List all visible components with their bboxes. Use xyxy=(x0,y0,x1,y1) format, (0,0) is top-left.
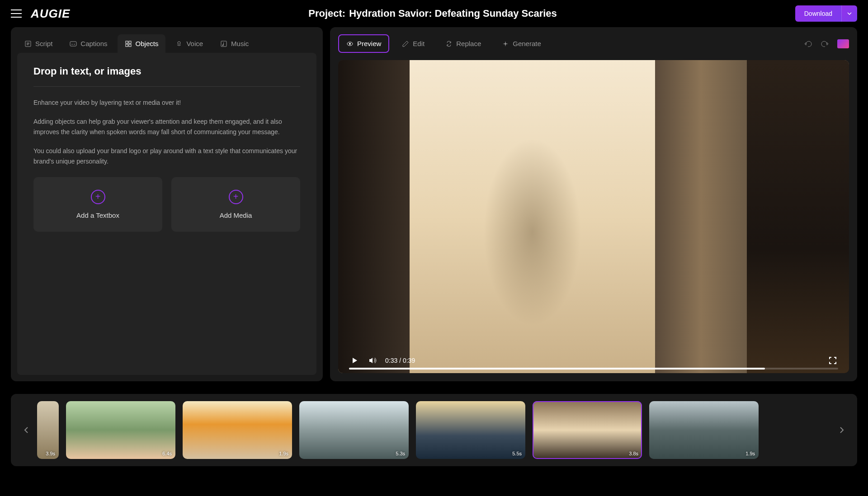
voice-icon xyxy=(175,40,183,47)
tab-label: Script xyxy=(35,40,52,47)
panel-paragraph-3: You could also upload your brand logo or… xyxy=(33,146,300,166)
clip-duration: 1.9s xyxy=(745,451,755,456)
clip-duration: 3.9s xyxy=(46,451,55,456)
clip-duration: 5.5s xyxy=(512,451,522,456)
tab-label: Edit xyxy=(413,40,425,47)
svg-point-16 xyxy=(349,43,351,45)
svg-rect-9 xyxy=(126,44,128,47)
time-display: 0:33 / 0:39 xyxy=(385,357,415,364)
add-media-button[interactable]: + Add Media xyxy=(171,177,300,232)
add-media-label: Add Media xyxy=(220,211,252,219)
captions-icon xyxy=(70,40,77,47)
tab-captions[interactable]: Captions xyxy=(62,34,114,53)
clip-duration: 5.3s xyxy=(396,451,405,456)
svg-rect-10 xyxy=(129,44,131,47)
download-button[interactable]: Download xyxy=(795,5,841,22)
objects-panel: Drop in text, or images Enhance your vid… xyxy=(17,53,316,375)
eye-icon xyxy=(346,40,354,47)
right-toolbar xyxy=(803,39,849,49)
right-panel: Preview Edit Replace Generate xyxy=(330,27,857,381)
sparkle-icon xyxy=(502,40,509,47)
add-textbox-label: Add a Textbox xyxy=(76,211,119,219)
main-content: Script Captions Objects Voice xyxy=(0,27,868,388)
pencil-icon xyxy=(402,40,409,47)
plus-circle-icon: + xyxy=(229,190,243,204)
timeline-clip[interactable]: 5.3s xyxy=(299,401,409,459)
tab-script[interactable]: Script xyxy=(17,34,60,53)
panel-paragraph-2: Adding objects can help grab your viewer… xyxy=(33,117,300,137)
tab-label: Replace xyxy=(456,40,481,47)
panel-paragraph-1: Enhance your video by layering text or m… xyxy=(33,98,300,108)
clip-duration: 1.9s xyxy=(279,451,288,456)
tab-objects[interactable]: Objects xyxy=(118,34,166,53)
right-tabs: Preview Edit Replace Generate xyxy=(330,27,857,60)
timeline-clip[interactable]: 6.4s xyxy=(66,401,175,459)
music-icon xyxy=(220,40,227,47)
clip-duration: 3.8s xyxy=(629,451,638,456)
panel-heading: Drop in text, or images xyxy=(33,66,300,87)
replace-icon xyxy=(445,40,453,47)
project-title-area: Project: Hydration Savior: Defeating Sun… xyxy=(70,8,795,19)
play-button[interactable] xyxy=(349,355,360,366)
download-dropdown-button[interactable] xyxy=(841,5,857,22)
tab-label: Music xyxy=(231,40,249,47)
tab-label: Generate xyxy=(513,40,541,47)
redo-icon[interactable] xyxy=(820,39,830,49)
fullscreen-button[interactable] xyxy=(827,355,838,366)
svg-rect-4 xyxy=(70,42,76,46)
video-preview-area: 0:33 / 0:39 xyxy=(338,60,849,373)
clips-row: 3.9s 6.4s 1.9s 5.3s 5.5s 3.8s 1.9s xyxy=(37,401,831,459)
timeline-clip[interactable]: 3.8s xyxy=(533,401,642,459)
tab-voice[interactable]: Voice xyxy=(168,34,210,53)
clip-duration: 6.4s xyxy=(162,451,172,456)
add-textbox-button[interactable]: + Add a Textbox xyxy=(33,177,162,232)
tab-generate[interactable]: Generate xyxy=(494,34,549,53)
plus-circle-icon: + xyxy=(91,190,105,204)
volume-button[interactable] xyxy=(367,355,378,366)
timeline-clip[interactable]: 5.5s xyxy=(416,401,525,459)
app-header: AUGIE Project: Hydration Savior: Defeati… xyxy=(0,0,868,27)
svg-rect-7 xyxy=(126,41,128,43)
tab-replace[interactable]: Replace xyxy=(437,34,489,53)
tab-preview[interactable]: Preview xyxy=(338,34,389,53)
video-progress-bar[interactable] xyxy=(349,368,838,370)
project-title[interactable]: Hydration Savior: Defeating Sunday Scari… xyxy=(349,8,557,19)
timeline-next-button[interactable] xyxy=(836,425,847,435)
tab-label: Preview xyxy=(357,40,381,47)
left-panel: Script Captions Objects Voice xyxy=(11,27,323,381)
add-buttons-row: + Add a Textbox + Add Media xyxy=(33,177,300,232)
project-label: Project: xyxy=(308,8,345,19)
undo-icon[interactable] xyxy=(803,39,813,49)
tab-edit[interactable]: Edit xyxy=(394,34,433,53)
download-button-group: Download xyxy=(795,5,857,22)
objects-icon xyxy=(125,40,132,47)
timeline-clip[interactable]: 3.9s xyxy=(37,401,59,459)
svg-rect-8 xyxy=(129,41,131,43)
tab-music[interactable]: Music xyxy=(213,34,256,53)
timeline: 3.9s 6.4s 1.9s 5.3s 5.5s 3.8s 1.9s xyxy=(11,394,857,466)
left-tabs: Script Captions Objects Voice xyxy=(11,27,323,53)
hamburger-menu-icon[interactable] xyxy=(11,8,22,19)
tab-label: Captions xyxy=(80,40,107,47)
timeline-prev-button[interactable] xyxy=(21,425,32,435)
video-progress-fill xyxy=(349,368,765,370)
svg-point-11 xyxy=(178,42,180,44)
video-frame[interactable] xyxy=(338,60,849,373)
timeline-clip[interactable]: 1.9s xyxy=(183,401,292,459)
script-icon xyxy=(24,40,32,47)
app-logo[interactable]: AUGIE xyxy=(31,7,70,21)
tab-label: Objects xyxy=(136,40,159,47)
chevron-down-icon xyxy=(847,12,852,15)
aspect-ratio-icon[interactable] xyxy=(837,39,849,48)
tab-label: Voice xyxy=(186,40,203,47)
timeline-clip[interactable]: 1.9s xyxy=(649,401,759,459)
